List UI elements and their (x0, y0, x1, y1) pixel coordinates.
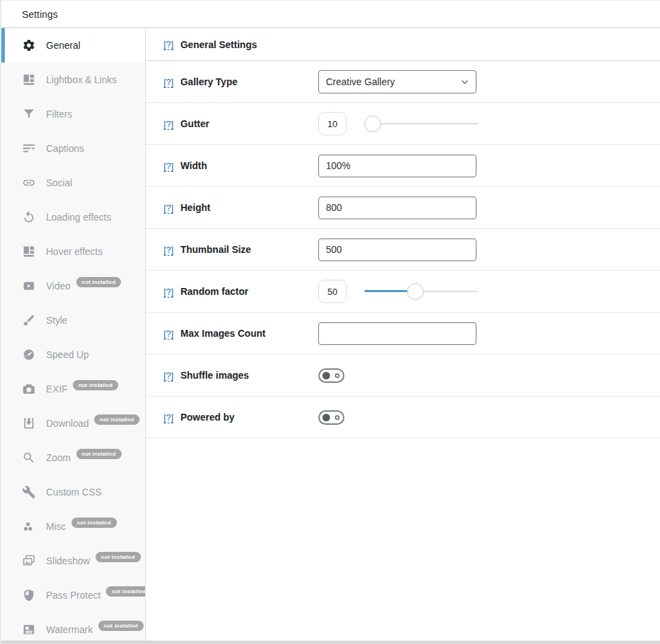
sidebar-item-label: Loading effects (46, 212, 111, 223)
window-title: Settings (22, 9, 58, 20)
sidebar-item-custom-css[interactable]: Custom CSS (1, 475, 145, 509)
setting-label: Gallery Type (180, 76, 237, 87)
setting-label: Gutter (180, 118, 209, 129)
sidebar-item-speed-up[interactable]: Speed Up (1, 337, 145, 372)
sidebar-item-label: Speed Up (46, 349, 89, 360)
sidebar-item-label: Slideshow (46, 555, 90, 566)
camera-icon (22, 382, 36, 396)
not-installed-badge: not installed (98, 621, 144, 631)
powered-by-toggle[interactable] (318, 410, 344, 425)
sidebar-item-social[interactable]: Social (1, 166, 145, 200)
sidebar-item-label: General (46, 40, 80, 51)
slider-handle[interactable] (364, 115, 381, 132)
dots-icon (22, 520, 36, 533)
wrench-icon (22, 485, 36, 499)
setting-label: Shuffle images (180, 370, 249, 381)
setting-row-width: [?] Width (146, 145, 660, 187)
sidebar-item-label: Zoom (46, 452, 71, 463)
sidebar-item-video[interactable]: Video not installed (1, 269, 145, 303)
setting-label: Width (180, 160, 207, 171)
help-link[interactable]: [?] (164, 412, 173, 423)
help-link[interactable]: [?] (164, 370, 173, 381)
sidebar-item-style[interactable]: Style (1, 303, 145, 337)
sidebar-item-label: Lightbox & Links (46, 74, 117, 85)
help-link[interactable]: [?] (164, 203, 173, 213)
random-factor-slider[interactable] (364, 283, 478, 300)
not-installed-badge: not installed (94, 414, 140, 425)
random-factor-value-input[interactable] (318, 280, 346, 303)
shield-icon (22, 588, 36, 602)
rotate-icon (22, 210, 36, 224)
sidebar-item-zoom[interactable]: Zoom not installed (1, 441, 145, 475)
settings-content: [?] General Settings [?] Gallery Type Cr… (146, 28, 660, 641)
not-installed-badge: not installed (106, 586, 146, 597)
setting-label: Thumbnail Size (180, 244, 251, 255)
window-bottom-edge (1, 641, 660, 644)
toggle-knob (322, 372, 330, 379)
sidebar-item-label: Social (46, 177, 72, 188)
download-icon (22, 417, 36, 430)
gutter-value-input[interactable] (318, 112, 346, 135)
not-installed-badge: not installed (73, 380, 118, 390)
grid-layout-icon (22, 73, 36, 87)
sidebar-item-lightbox-links[interactable]: Lightbox & Links (1, 63, 145, 97)
toggle-off-indicator (335, 415, 340, 420)
play-icon (22, 279, 36, 293)
gutter-slider[interactable] (364, 115, 478, 132)
setting-label: Max Images Count (180, 328, 265, 339)
not-installed-badge: not installed (72, 518, 117, 528)
help-link[interactable]: [?] (164, 77, 173, 87)
setting-label: Random factor (180, 286, 248, 297)
help-link[interactable]: [?] (164, 39, 173, 49)
sidebar-item-label: Hover effects (46, 246, 102, 257)
sidebar-item-label: Watermark (46, 624, 93, 635)
grid-layout-icon (22, 245, 36, 258)
not-installed-badge: not installed (96, 552, 141, 562)
section-header: [?] General Settings (146, 28, 660, 61)
sidebar-item-exif[interactable]: EXIF not installed (1, 372, 145, 406)
sidebar-item-misc[interactable]: Misc not installed (1, 509, 145, 544)
brush-icon (22, 313, 36, 327)
gallery-type-select-wrap: Creative Gallery (318, 70, 476, 93)
setting-row-thumbnail-size: [?] Thumbnail Size (146, 229, 660, 271)
setting-row-gallery-type: [?] Gallery Type Creative Gallery (146, 61, 660, 103)
setting-row-gutter: [?] Gutter (146, 103, 660, 145)
funnel-icon (22, 107, 36, 121)
slideshow-icon (22, 554, 36, 568)
help-link[interactable]: [?] (164, 287, 173, 297)
not-installed-badge: not installed (76, 277, 122, 287)
help-link[interactable]: [?] (164, 245, 173, 255)
setting-row-powered-by: [?] Powered by (146, 397, 660, 438)
help-link[interactable]: [?] (164, 119, 173, 129)
sidebar-item-general[interactable]: General (1, 28, 145, 63)
sidebar-item-label: Filters (46, 109, 72, 120)
sidebar-item-slideshow[interactable]: Slideshow not installed (1, 544, 145, 578)
sidebar-item-label: Custom CSS (46, 487, 102, 498)
magnifier-icon (22, 451, 36, 465)
sidebar-item-hover-effects[interactable]: Hover effects (1, 234, 145, 269)
width-input[interactable] (318, 155, 476, 177)
sidebar-item-pass-protect[interactable]: Pass Protect not installed (1, 578, 145, 612)
max-images-count-input[interactable] (318, 322, 476, 345)
settings-window: Settings General Lightbox & Links Filter… (0, 0, 660, 644)
thumbnail-size-input[interactable] (318, 238, 476, 261)
sidebar-item-label: Captions (46, 143, 84, 154)
toggle-off-indicator (335, 373, 340, 378)
sidebar-item-captions[interactable]: Captions (1, 131, 145, 166)
sidebar-item-download[interactable]: Download not installed (1, 406, 145, 441)
sidebar-item-loading-effects[interactable]: Loading effects (1, 200, 145, 234)
help-link[interactable]: [?] (164, 161, 173, 171)
gallery-type-select[interactable]: Creative Gallery (318, 70, 476, 93)
sidebar-item-watermark[interactable]: Watermark not installed (1, 612, 145, 641)
help-link[interactable]: [?] (164, 329, 173, 339)
window-titlebar: Settings (1, 1, 660, 28)
setting-row-shuffle-images: [?] Shuffle images (146, 355, 660, 397)
settings-sidebar: General Lightbox & Links Filters Caption… (1, 28, 146, 641)
shuffle-images-toggle[interactable] (318, 368, 344, 383)
sidebar-item-label: Misc (46, 521, 66, 532)
link-icon (22, 176, 36, 190)
height-input[interactable] (318, 197, 476, 219)
slider-handle[interactable] (407, 283, 424, 300)
sidebar-item-filters[interactable]: Filters (1, 97, 145, 131)
sidebar-item-label: EXIF (46, 384, 67, 395)
